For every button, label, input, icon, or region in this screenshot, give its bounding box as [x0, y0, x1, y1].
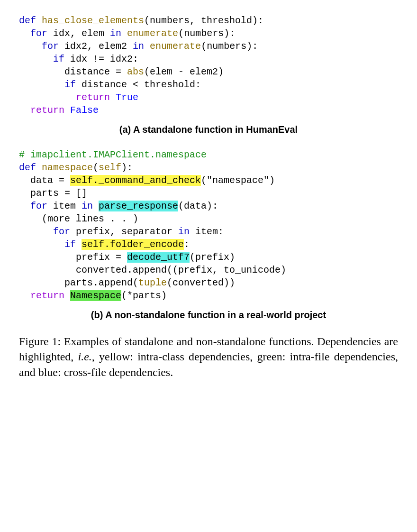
caption-a: (a) A standalone function in HumanEval	[19, 124, 398, 135]
figure-caption-ital: i.e.,	[78, 350, 95, 363]
code-block-b: # imapclient.IMAPClient.namespace def na…	[19, 148, 398, 302]
figure-caption: Figure 1: Examples of standalone and non…	[19, 334, 398, 380]
code-block-a: def has_close_elements(numbers, threshol…	[19, 14, 398, 117]
caption-b: (b) A non-standalone function in a real-…	[19, 310, 398, 321]
